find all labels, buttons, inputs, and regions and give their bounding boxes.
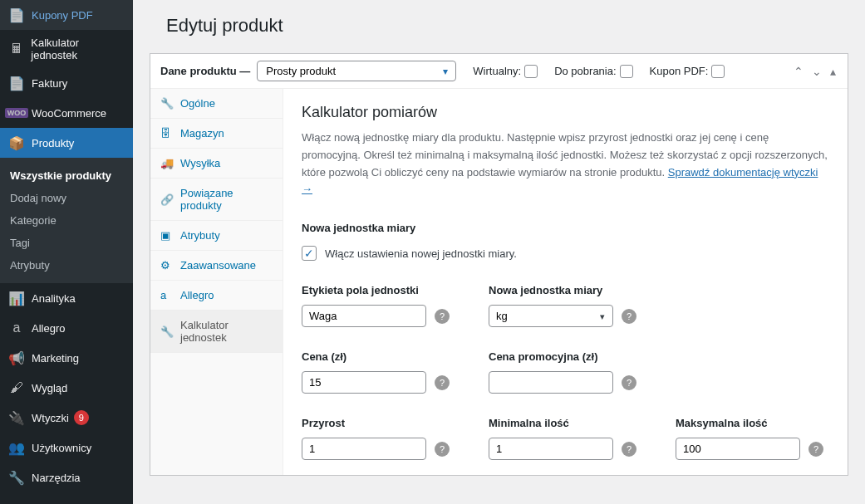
label-etykieta: Etykieta pola jednostki (302, 284, 455, 296)
help-icon[interactable]: ? (435, 375, 450, 390)
sidebar-item-faktury[interactable]: 📄Faktury (0, 68, 133, 98)
sidebar-item-label: Wtyczki (32, 412, 69, 424)
checkbox-icon[interactable] (524, 65, 538, 78)
check-do-pobrania-[interactable]: Do pobrania: (554, 65, 632, 78)
label-unit: Nowa jednostka miary (489, 284, 642, 296)
check-kupon-pdf-[interactable]: Kupon PDF: (650, 65, 725, 78)
input-etykieta[interactable] (302, 305, 426, 327)
help-icon[interactable]: ? (808, 442, 823, 457)
tab-label: Ogólne (180, 97, 215, 110)
sidebar-item-label: Analityka (32, 292, 76, 305)
enable-label: Włącz ustawienia nowej jednostki miary. (325, 247, 517, 260)
powiązane-produkty-tab-icon: 🔗 (160, 193, 174, 206)
tab-zaawansowane[interactable]: ⚙Zaawansowane (150, 251, 283, 281)
enable-checkbox[interactable] (302, 246, 317, 261)
product-data-panel: Dane produktu — Prosty produkt Wirtualny… (150, 53, 848, 476)
sidebar-item-użytkownicy[interactable]: 👥Użytkownicy (0, 433, 133, 462)
sidebar-item-narzędzia[interactable]: 🔧Narzędzia (0, 462, 133, 492)
marketing-icon: 📢 (8, 350, 25, 366)
tab-content: Kalkulator pomiarów Włącz nową jednostkę… (283, 89, 848, 475)
panel-up-icon[interactable]: ⌃ (792, 63, 805, 80)
input-max[interactable] (676, 438, 800, 460)
panel-toggle-icon[interactable]: ▴ (828, 63, 838, 80)
input-min[interactable] (489, 438, 613, 460)
allegro-tab-icon: a (160, 289, 174, 301)
użytkownicy-icon: 👥 (8, 439, 25, 456)
tab-powiązane-produkty[interactable]: 🔗Powiązane produkty (150, 179, 283, 221)
zaawansowane-tab-icon: ⚙ (160, 259, 174, 272)
sidebar-sub-kategorie[interactable]: Kategorie (0, 209, 133, 232)
tab-label: Allegro (180, 289, 214, 301)
input-step[interactable] (302, 438, 426, 460)
narzędzia-icon: 🔧 (8, 469, 25, 486)
sidebar-item-label: Kalkulator jednostek (31, 37, 125, 61)
sidebar-item-label: Faktury (32, 77, 67, 90)
atrybuty-tab-icon: ▣ (160, 229, 174, 242)
sidebar-item-kupony-pdf[interactable]: 📄Kupony PDF (0, 0, 133, 30)
sidebar-item-label: Marketing (32, 352, 79, 365)
update-badge: 9 (74, 410, 89, 425)
label-sale-price: Cena promocyjna (zł) (489, 350, 642, 363)
tab-label: Kalkulator jednostek (180, 319, 273, 344)
help-icon[interactable]: ? (435, 442, 450, 457)
panel-down-icon[interactable]: ⌄ (810, 63, 823, 80)
kalkulator-jednostek-tab-icon: 🔧 (160, 325, 174, 338)
woocommerce-icon: WOO (8, 105, 25, 121)
admin-sidebar: 📄Kupony PDF🖩Kalkulator jednostek📄Faktury… (0, 0, 133, 504)
sidebar-item-label: Użytkownicy (32, 442, 91, 454)
tab-kalkulator-jednostek[interactable]: 🔧Kalkulator jednostek (150, 311, 283, 353)
sidebar-sub-dodaj-nowy[interactable]: Dodaj nowy (0, 187, 133, 209)
sidebar-item-woocommerce[interactable]: WOOWooCommerce (0, 98, 133, 128)
magazyn-tab-icon: 🗄 (160, 127, 174, 139)
content-description: Włącz nową jednostkę miary dla produktu.… (302, 130, 829, 198)
product-type-select[interactable]: Prosty produkt (257, 61, 456, 81)
tab-ogólne[interactable]: 🔧Ogólne (150, 89, 283, 119)
tab-wysyłka[interactable]: 🚚Wysyłka (150, 149, 283, 179)
wysyłka-tab-icon: 🚚 (160, 157, 174, 169)
input-sale-price[interactable] (489, 371, 613, 394)
panel-checks: Wirtualny:Do pobrania:Kupon PDF: (473, 65, 725, 78)
tab-magazyn[interactable]: 🗄Magazyn (150, 119, 283, 149)
sidebar-item-label: WooCommerce (32, 107, 106, 120)
sidebar-item-analityka[interactable]: 📊Analityka (0, 283, 133, 313)
tab-label: Atrybuty (180, 229, 220, 242)
content-title: Kalkulator pomiarów (302, 104, 829, 121)
sidebar-sub-wszystkie-produkty[interactable]: Wszystkie produkty (0, 164, 133, 187)
kupony-pdf-icon: 📄 (8, 7, 25, 23)
sidebar-item-label: Narzędzia (32, 472, 81, 484)
produkty-icon: 📦 (8, 135, 25, 151)
tab-label: Zaawansowane (180, 259, 256, 272)
sidebar-item-marketing[interactable]: 📢Marketing (0, 343, 133, 373)
label-step: Przyrost (302, 417, 455, 429)
input-price[interactable] (302, 371, 426, 394)
panel-header: Dane produktu — Prosty produkt Wirtualny… (150, 54, 848, 89)
sidebar-item-label: Allegro (32, 322, 65, 335)
sidebar-sub-atrybuty[interactable]: Atrybuty (0, 254, 133, 276)
faktury-icon: 📄 (8, 75, 25, 91)
page-title: Edytuj produkt (150, 0, 848, 53)
sidebar-item-produkty[interactable]: 📦Produkty (0, 128, 133, 158)
sidebar-item-kalkulator-jednostek[interactable]: 🖩Kalkulator jednostek (0, 30, 133, 68)
help-icon[interactable]: ? (622, 442, 636, 457)
help-icon[interactable]: ? (622, 309, 636, 324)
help-icon[interactable]: ? (435, 309, 450, 324)
sidebar-item-wygląd[interactable]: 🖌Wygląd (0, 373, 133, 403)
tab-label: Magazyn (180, 127, 224, 139)
label-price: Cena (zł) (302, 350, 455, 363)
sidebar-item-allegro[interactable]: aAllegro (0, 313, 133, 343)
tab-label: Wysyłka (180, 157, 220, 169)
panel-label: Dane produktu — (160, 65, 250, 77)
checkbox-icon[interactable] (620, 65, 633, 78)
tab-allegro[interactable]: aAllegro (150, 281, 283, 311)
wygląd-icon: 🖌 (8, 379, 25, 396)
help-icon[interactable]: ? (622, 375, 636, 390)
select-unit[interactable]: kg (489, 305, 613, 327)
tab-atrybuty[interactable]: ▣Atrybuty (150, 221, 283, 251)
main-content: Edytuj produkt Dane produktu — Prosty pr… (133, 0, 865, 504)
sidebar-item-wtyczki[interactable]: 🔌Wtyczki9 (0, 403, 133, 433)
sidebar-sub-tagi[interactable]: Tagi (0, 232, 133, 254)
checkbox-icon[interactable] (711, 65, 725, 78)
check-wirtualny-[interactable]: Wirtualny: (473, 65, 538, 78)
wtyczki-icon: 🔌 (8, 409, 25, 426)
tab-label: Powiązane produkty (180, 187, 273, 212)
